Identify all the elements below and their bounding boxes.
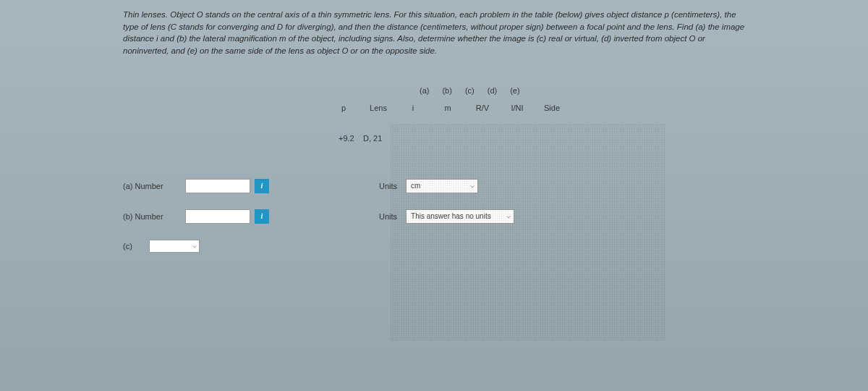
data-lens: D, 21	[363, 134, 382, 143]
col-i: i	[402, 104, 424, 112]
problem-statement: Thin lenses. Object O stands on the cent…	[123, 9, 745, 57]
answer-row-a: (a) Number i Units cm	[123, 179, 745, 193]
units-label-b: Units	[379, 212, 397, 221]
units-value-b: This answer has no units	[411, 212, 491, 220]
label-b: (b) Number	[123, 212, 181, 221]
col-group-a: (a)	[420, 86, 429, 95]
info-icon[interactable]: i	[255, 179, 269, 193]
given-data-table: (a) (b) (c) (d) (e) p Lens i m R/V I/NI …	[333, 86, 745, 143]
units-select-b[interactable]: This answer has no units	[406, 209, 514, 224]
label-c: (c)	[123, 242, 145, 251]
answer-row-b: (b) Number i Units This answer has no un…	[123, 209, 745, 224]
units-select-a[interactable]: cm	[406, 179, 478, 193]
col-lens: Lens	[367, 104, 389, 112]
data-p: +9.2	[339, 134, 354, 143]
label-a: (a) Number	[123, 182, 181, 190]
units-label-a: Units	[379, 182, 397, 190]
col-group-c: (c)	[465, 86, 475, 95]
select-c[interactable]	[149, 240, 200, 253]
col-rv: R/V	[472, 104, 493, 112]
number-input-a[interactable]	[185, 179, 250, 193]
col-side: Side	[541, 104, 563, 112]
col-group-e: (e)	[510, 86, 519, 95]
col-p: p	[333, 104, 354, 112]
answer-section: (a) Number i Units cm (b) Number i Units…	[123, 179, 745, 253]
info-icon[interactable]: i	[255, 209, 269, 224]
col-group-d: (d)	[488, 86, 497, 95]
answer-row-c: (c)	[123, 240, 745, 253]
col-group-b: (b)	[442, 86, 451, 95]
units-value-a: cm	[411, 182, 420, 190]
col-ini: I/NI	[506, 104, 528, 112]
col-m: m	[437, 104, 459, 112]
number-input-b[interactable]	[185, 209, 250, 224]
